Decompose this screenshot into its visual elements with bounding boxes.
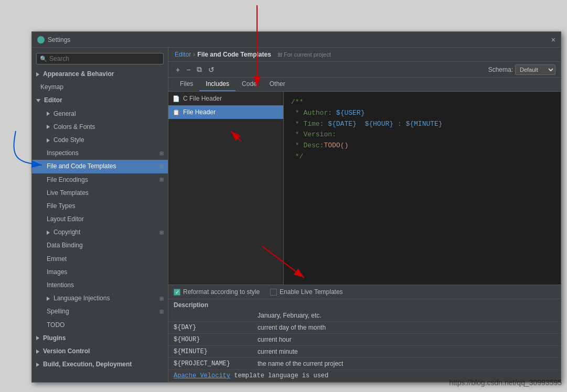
breadcrumb-current: File and Code Templates xyxy=(197,51,271,58)
table-row-day: ${DAY} current day of the month xyxy=(168,322,561,334)
sidebar-item-file-encodings[interactable]: File Encodings ⊞ xyxy=(32,173,168,187)
collapse-icon xyxy=(47,138,50,143)
breadcrumb-separator: › xyxy=(193,51,195,58)
sidebar-item-file-code-templates[interactable]: File and Code Templates ⊞ xyxy=(32,160,168,173)
template-content: 📄 C File Header 📋 File Header /** * Auth… xyxy=(168,92,561,285)
tab-files[interactable]: Files xyxy=(174,78,199,91)
description-table: January, February, etc. ${DAY} current d… xyxy=(168,310,561,382)
sidebar-item-appearance[interactable]: Appearance & Behavior xyxy=(32,68,168,81)
template-toolbar: + − ⧉ ↺ Schema: Default xyxy=(168,62,561,78)
variable-cell: ${HOUR} xyxy=(168,334,252,346)
sidebar-label: Data Binding xyxy=(47,241,83,251)
app-icon xyxy=(37,36,45,43)
variable-cell xyxy=(168,310,252,322)
sidebar-item-code-style[interactable]: Code Style xyxy=(32,134,168,147)
breadcrumb-tag: ⊞ For current project xyxy=(277,51,331,58)
sidebar-item-general[interactable]: General xyxy=(32,107,168,121)
left-panel: 🔍 Appearance & Behavior Keymap Editor Ge… xyxy=(32,48,168,382)
reformat-checkbox[interactable]: ✓ xyxy=(174,289,180,296)
live-templates-checkbox[interactable] xyxy=(270,289,277,296)
variable-cell: ${MINUTE} xyxy=(168,346,252,358)
reset-template-button[interactable]: ↺ xyxy=(206,64,217,75)
description-label: Description xyxy=(168,299,561,310)
template-item-label: File Header xyxy=(183,108,216,116)
sidebar-item-colors-fonts[interactable]: Colors & Fonts xyxy=(32,121,168,134)
sidebar-label: Build, Execution, Deployment xyxy=(43,360,132,369)
sidebar-label: Editor xyxy=(44,95,62,105)
search-input[interactable] xyxy=(49,55,160,62)
sidebar-item-images[interactable]: Images xyxy=(32,266,168,279)
collapse-icon xyxy=(36,350,39,354)
sidebar-item-layout-editor[interactable]: Layout Editor xyxy=(32,213,168,226)
template-item-c-file-header[interactable]: 📄 C File Header xyxy=(168,92,283,105)
sidebar-item-plugins[interactable]: Plugins xyxy=(32,332,168,345)
sidebar-item-file-types[interactable]: File Types xyxy=(32,200,168,213)
sidebar-item-spelling[interactable]: Spelling ⊞ xyxy=(32,305,168,318)
sidebar-item-data-binding[interactable]: Data Binding xyxy=(32,239,168,252)
code-editor[interactable]: /** * Author: ${USER} * Time: ${DATE} ${… xyxy=(284,92,561,285)
sidebar-item-copyright[interactable]: Copyright ⊞ xyxy=(32,226,168,239)
collapse-icon xyxy=(47,297,50,301)
collapse-icon xyxy=(47,231,50,235)
sidebar-label: File Types xyxy=(47,201,75,211)
nav-badge: ⊞ xyxy=(159,295,164,303)
collapse-icon xyxy=(47,112,50,116)
sidebar-label: Layout Editor xyxy=(47,214,84,224)
description-cell: the name of the current project xyxy=(252,358,561,370)
sidebar-item-language-injections[interactable]: Language Injections ⊞ xyxy=(32,292,168,305)
copy-template-button[interactable]: ⧉ xyxy=(195,64,204,75)
sidebar-label: Images xyxy=(47,267,67,277)
nav-badge: ⊞ xyxy=(159,308,164,316)
description-cell: current minute xyxy=(252,346,561,358)
title-bar-left: Settings xyxy=(37,36,70,43)
sidebar-item-build-execution[interactable]: Build, Execution, Deployment xyxy=(32,358,168,371)
sidebar-label: Inspections xyxy=(47,148,79,158)
sidebar-label: Copyright xyxy=(54,227,80,237)
close-button[interactable]: × xyxy=(551,36,555,44)
table-row-partial: January, February, etc. xyxy=(168,310,561,322)
nav-badge: ⊞ xyxy=(159,162,164,171)
breadcrumb-editor[interactable]: Editor xyxy=(175,51,191,58)
template-item-file-header[interactable]: 📋 File Header xyxy=(168,105,283,119)
add-template-button[interactable]: + xyxy=(174,64,182,75)
sidebar-item-keymap[interactable]: Keymap xyxy=(32,81,168,94)
remove-template-button[interactable]: − xyxy=(184,64,192,75)
sidebar-label: TODO xyxy=(47,320,65,330)
expand-icon xyxy=(36,99,40,102)
file-icon: 📄 xyxy=(173,95,180,102)
sidebar-item-emmet[interactable]: Emmet xyxy=(32,253,168,266)
nav-badge: ⊞ xyxy=(159,176,164,184)
tabs-row: Files Includes Code Other xyxy=(168,78,561,92)
reformat-option[interactable]: ✓ Reformat according to style xyxy=(174,288,260,296)
live-templates-label: Enable Live Templates xyxy=(280,288,343,296)
collapse-icon xyxy=(47,125,50,129)
sidebar-label: Language Injections xyxy=(54,293,110,303)
sidebar-item-editor[interactable]: Editor xyxy=(32,94,168,107)
sidebar-item-version-control[interactable]: Version Control xyxy=(32,345,168,358)
search-box[interactable]: 🔍 xyxy=(36,53,164,64)
sidebar-label: File and Code Templates xyxy=(47,161,116,171)
schema-label: Schema: xyxy=(488,66,513,73)
sidebar-item-live-templates[interactable]: Live Templates xyxy=(32,187,168,200)
nav-badge: ⊞ xyxy=(159,149,164,158)
sidebar-label: Code Style xyxy=(54,135,84,145)
description-section: Description January, February, etc. ${DA… xyxy=(168,299,561,382)
sidebar-item-intentions[interactable]: Intentions xyxy=(32,279,168,292)
tab-includes[interactable]: Includes xyxy=(199,78,236,91)
variable-cell: ${DAY} xyxy=(168,322,252,334)
description-cell: January, February, etc. xyxy=(252,310,561,322)
schema-section: Schema: Default xyxy=(488,64,555,75)
sidebar-label: Colors & Fonts xyxy=(54,122,95,132)
apache-velocity-link[interactable]: Apache Velocity xyxy=(174,372,230,379)
description-cell: current hour xyxy=(252,334,561,346)
settings-dialog: Settings × 🔍 Appearance & Behavior Keyma… xyxy=(31,31,561,383)
sidebar-label: Version Control xyxy=(43,346,90,356)
tab-other[interactable]: Other xyxy=(263,78,292,91)
sidebar-item-inspections[interactable]: Inspections ⊞ xyxy=(32,147,168,160)
right-panel: Editor › File and Code Templates ⊞ For c… xyxy=(168,48,561,382)
live-templates-option[interactable]: Enable Live Templates xyxy=(270,288,343,296)
schema-select[interactable]: Default xyxy=(515,64,555,75)
sidebar-item-todo[interactable]: TODO xyxy=(32,319,168,332)
tab-code[interactable]: Code xyxy=(236,78,263,91)
sidebar-label: File Encodings xyxy=(47,175,88,185)
